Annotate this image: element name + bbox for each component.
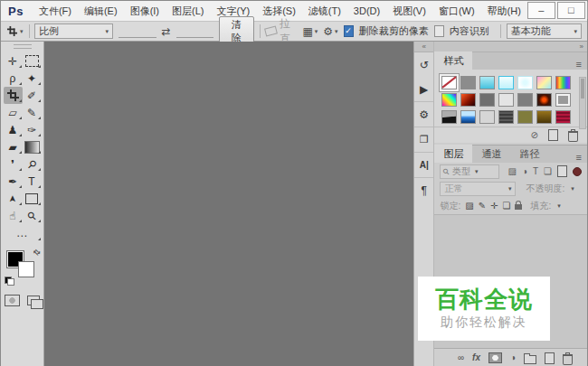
crop-settings[interactable]: ⚙▾ xyxy=(323,25,337,38)
default-colors-icon[interactable] xyxy=(5,277,14,286)
style-swatch[interactable] xyxy=(479,76,495,89)
brush-tool[interactable]: ✎ xyxy=(23,104,42,121)
crop-ratio-select[interactable]: 比例▾ xyxy=(34,23,113,39)
link-layers-icon[interactable]: ∞ xyxy=(458,353,464,362)
lock-position-icon[interactable]: ✛ xyxy=(490,202,498,211)
style-swatch[interactable] xyxy=(441,93,457,107)
layer-filter-select[interactable]: ⚲类型▾ xyxy=(440,164,499,179)
quick-mask-button[interactable] xyxy=(5,295,20,306)
hand-tool[interactable]: ☝ xyxy=(4,207,23,224)
character-panel-icon[interactable]: A| xyxy=(414,152,433,177)
toolbar-grip[interactable] xyxy=(14,44,32,49)
menu-item[interactable]: 3D(D) xyxy=(347,5,386,16)
edit-toolbar-button[interactable]: ⋯ xyxy=(4,230,42,242)
pen-tool[interactable]: ✒ xyxy=(4,173,23,190)
lock-all-icon[interactable] xyxy=(515,202,522,210)
type-tool[interactable]: T xyxy=(23,173,42,190)
layer-effects-icon[interactable]: fx xyxy=(472,353,480,362)
scrollbar-thumb[interactable] xyxy=(581,79,584,99)
style-swatch[interactable] xyxy=(555,76,571,89)
clone-stamp-tool[interactable]: ♟ xyxy=(4,121,23,138)
tab-paths[interactable]: 路径 xyxy=(510,145,548,163)
style-swatch[interactable] xyxy=(460,110,476,124)
crop-width-input[interactable] xyxy=(119,25,156,38)
clear-style-icon[interactable]: ⊘ xyxy=(531,131,538,140)
content-aware-checkbox[interactable] xyxy=(434,25,444,37)
swap-colors-icon[interactable]: ⇄ xyxy=(32,247,43,258)
style-swatch[interactable] xyxy=(517,110,533,124)
screen-mode-button[interactable] xyxy=(27,296,40,305)
expand-dock-button[interactable]: « xyxy=(414,42,433,52)
style-swatch[interactable] xyxy=(441,110,457,124)
menu-item[interactable]: 文件(F) xyxy=(33,5,78,18)
styles-scrollbar[interactable] xyxy=(579,77,586,129)
delete-style-icon[interactable] xyxy=(568,128,578,142)
dodge-tool[interactable]: ⚲ xyxy=(23,155,42,173)
filter-shape-layers-icon[interactable]: ❏ xyxy=(544,167,552,176)
menu-item[interactable]: 帮助(H) xyxy=(481,5,527,18)
style-swatch[interactable] xyxy=(555,93,571,107)
new-group-icon[interactable] xyxy=(524,352,536,364)
marquee-tool[interactable] xyxy=(23,52,42,70)
filter-toggle-icon[interactable] xyxy=(573,167,582,176)
delete-cropped-pixels-checkbox[interactable] xyxy=(344,25,354,37)
actions-panel-icon[interactable]: ▶ xyxy=(414,77,433,101)
style-swatch[interactable] xyxy=(555,110,571,124)
minimize-button[interactable]: – xyxy=(527,2,555,19)
lock-pixels-icon[interactable]: ✎ xyxy=(479,202,486,211)
document-canvas[interactable] xyxy=(44,42,413,366)
clone-source-panel-icon[interactable]: ❐ xyxy=(414,127,433,152)
add-mask-icon[interactable] xyxy=(488,352,502,363)
style-swatch[interactable] xyxy=(536,110,552,124)
style-swatch[interactable] xyxy=(517,93,533,107)
healing-brush-tool[interactable]: ▱ xyxy=(4,104,23,121)
workspace-select[interactable]: 基本功能▾ xyxy=(507,23,582,39)
adjustment-layer-icon[interactable]: ◑ xyxy=(510,353,516,362)
maximize-button[interactable]: □ xyxy=(557,2,585,19)
filter-adjustment-layers-icon[interactable]: ◑ xyxy=(522,167,527,176)
background-color-swatch[interactable] xyxy=(18,261,34,277)
layers-panel-menu-icon[interactable]: ≡ xyxy=(576,152,587,163)
style-swatch[interactable] xyxy=(498,110,514,124)
blur-tool[interactable]: ❜ xyxy=(4,155,23,173)
style-swatch[interactable] xyxy=(498,93,514,107)
style-swatch[interactable] xyxy=(498,76,514,89)
style-swatch[interactable] xyxy=(536,93,552,107)
adjustments-panel-icon[interactable]: ⚙ xyxy=(414,101,433,127)
path-selection-tool[interactable]: ➤ xyxy=(4,190,23,207)
styles-panel-menu-icon[interactable]: ≡ xyxy=(576,59,587,70)
filter-smart-objects-icon[interactable] xyxy=(557,165,567,177)
menu-item[interactable]: 图像(I) xyxy=(124,5,166,18)
eyedropper-tool[interactable]: ✐ xyxy=(23,87,42,104)
style-swatch[interactable] xyxy=(479,93,495,107)
gradient-tool[interactable] xyxy=(23,138,42,155)
menu-item[interactable]: 编辑(E) xyxy=(78,5,124,18)
blend-mode-select[interactable]: 正常▾ xyxy=(440,182,516,196)
tab-channels[interactable]: 通道 xyxy=(472,145,510,163)
style-swatch[interactable] xyxy=(460,93,476,107)
lasso-tool[interactable]: ρ xyxy=(4,70,23,87)
move-tool[interactable]: ✛ xyxy=(4,52,23,70)
menu-item[interactable]: 图层(L) xyxy=(166,5,210,18)
style-swatch[interactable] xyxy=(536,76,552,89)
tab-styles[interactable]: 样式 xyxy=(434,52,472,70)
crop-tool[interactable] xyxy=(4,87,23,104)
new-layer-icon[interactable] xyxy=(545,352,555,364)
filter-pixel-layers-icon[interactable]: ▨ xyxy=(507,167,516,176)
style-swatch[interactable] xyxy=(517,76,533,89)
lock-artboard-icon[interactable]: ❏ xyxy=(502,202,510,211)
style-swatch[interactable] xyxy=(460,76,476,89)
crop-height-input[interactable] xyxy=(176,25,214,38)
menu-item[interactable]: 窗口(W) xyxy=(432,5,481,18)
zoom-tool[interactable]: ⚲ xyxy=(23,207,42,224)
paragraph-panel-icon[interactable]: ¶ xyxy=(414,177,433,202)
crop-tool-preset[interactable]: ▾ xyxy=(6,25,24,37)
rectangle-tool[interactable] xyxy=(23,190,42,207)
history-panel-icon[interactable]: ↺ xyxy=(414,52,433,77)
quick-selection-tool[interactable]: ✦ xyxy=(23,70,42,87)
new-style-icon[interactable] xyxy=(548,129,558,141)
swap-dimensions-icon[interactable]: ⇄ xyxy=(162,25,171,38)
history-brush-tool[interactable]: ✑ xyxy=(23,121,42,138)
delete-layer-icon[interactable] xyxy=(563,352,573,365)
filter-type-layers-icon[interactable]: T xyxy=(533,167,538,176)
